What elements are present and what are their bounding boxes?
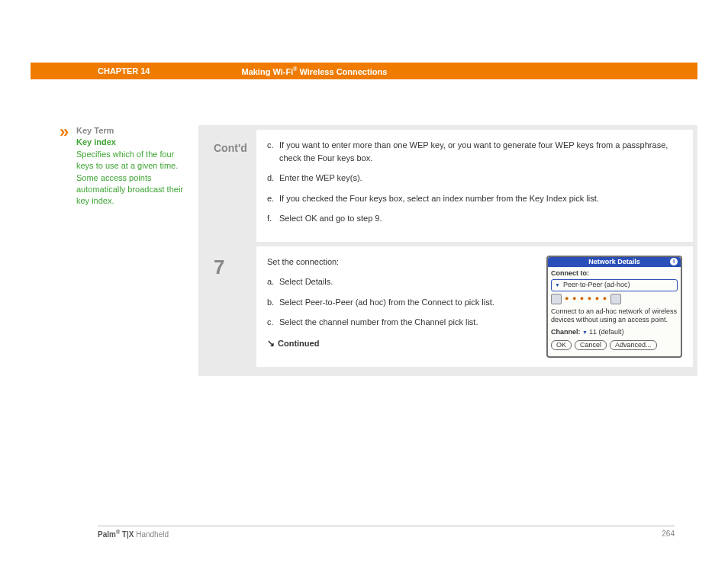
device-connect-label: Connect to: [551, 269, 678, 278]
step-7-body: Set the connection: a.Select Details. b.… [256, 246, 693, 367]
info-icon: i [670, 258, 678, 265]
arrow-down-right-icon: ↘ [267, 338, 275, 349]
chapter-label: CHAPTER 14 [98, 66, 150, 76]
step-7-item: b.Select Peer-to-Peer (ad hoc) from the … [267, 296, 537, 309]
step-contd-body: c.If you want to enter more than one WEP… [256, 130, 693, 242]
keyterm-marker-icon: » [60, 121, 69, 144]
device-screenshot: Network Details i Connect to: ▼ Peer-to-… [546, 256, 682, 358]
step-contd-item: d.Enter the WEP key(s). [267, 172, 682, 185]
keyterm-label: Key Term [76, 125, 183, 137]
device-cancel-button[interactable]: Cancel [575, 340, 607, 351]
chapter-header: CHAPTER 14 Making Wi-Fi® Wireless Connec… [31, 63, 697, 79]
step-contd-item: f.Select OK and go to step 9. [267, 212, 682, 225]
step-number-contd: Cont'd [203, 130, 256, 242]
device-channel-row: Channel: ▼ 11 (default) [551, 328, 678, 337]
step-contd: Cont'd c.If you want to enter more than … [203, 130, 693, 242]
pda-icon [551, 294, 562, 304]
step-contd-item: c.If you want to enter more than one WEP… [267, 139, 682, 164]
step-7-item: a.Select Details. [267, 275, 537, 288]
chevron-down-icon[interactable]: ▼ [582, 330, 589, 335]
computer-icon [610, 294, 621, 304]
device-connect-value: Peer-to-Peer (ad-hoc) [563, 281, 630, 290]
device-title-text: Network Details [588, 258, 640, 267]
device-ok-button[interactable]: OK [551, 340, 572, 351]
step-7-item: c.Select the channel number from the Cha… [267, 316, 537, 329]
page-footer: Palm® T|X Handheld 264 [98, 526, 675, 539]
chapter-title: Making Wi-Fi® Wireless Connections [241, 66, 387, 76]
step-7: 7 Set the connection: a.Select Details. … [203, 246, 693, 367]
device-description: Connect to an ad-hoc network of wireless… [551, 307, 678, 325]
step-contd-item: e.If you checked the Four keys box, sele… [267, 192, 682, 205]
device-signal-row: ● ● ● ● ● ● [551, 294, 678, 304]
step-number-7: 7 [203, 246, 256, 367]
footer-brand: Palm® T|X Handheld [98, 529, 169, 539]
page-number: 264 [662, 529, 675, 539]
keyterm-name: Key index [76, 137, 183, 148]
device-connect-dropdown[interactable]: ▼ Peer-to-Peer (ad-hoc) [551, 279, 678, 291]
continued-marker: ↘Continued [267, 336, 537, 350]
steps-panel: Cont'd c.If you want to enter more than … [198, 125, 697, 376]
device-titlebar: Network Details i [548, 257, 681, 268]
chevron-down-icon: ▼ [555, 282, 560, 288]
keyterm-description: Specifies which of the four keys to use … [76, 149, 183, 208]
device-advanced-button[interactable]: Advanced... [610, 340, 657, 351]
step-7-intro: Set the connection: [267, 256, 537, 269]
sidebar-keyterm: » Key Term Key index Specifies which of … [31, 125, 198, 376]
signal-dots-icon: ● ● ● ● ● ● [565, 294, 607, 304]
